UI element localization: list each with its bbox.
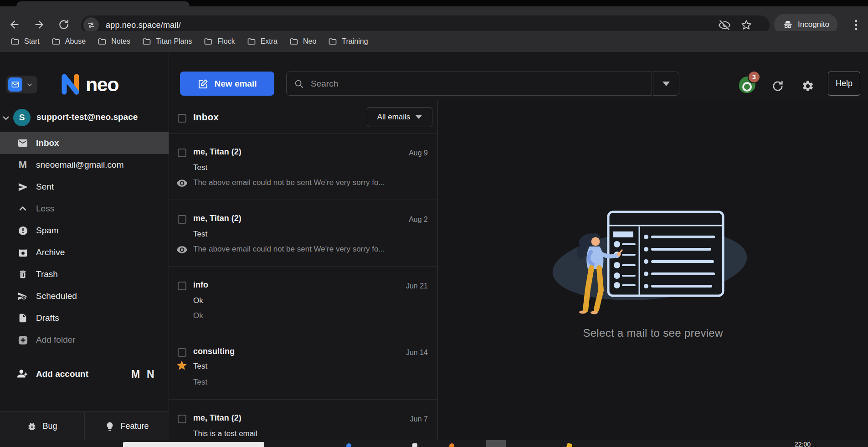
bug-icon xyxy=(27,421,37,432)
bookmark-folder-training[interactable]: Training xyxy=(322,34,374,49)
site-settings-button[interactable] xyxy=(83,17,99,33)
archive-icon xyxy=(17,247,28,258)
refresh-icon xyxy=(771,80,784,92)
email-checkbox[interactable] xyxy=(178,215,186,224)
forward-button[interactable] xyxy=(33,18,46,31)
mail-filter-dropdown[interactable]: All emails xyxy=(367,107,432,127)
sidebar-section-divider xyxy=(0,357,169,357)
bookmark-folder-abuse[interactable]: Abuse xyxy=(46,34,92,49)
search-options-button[interactable] xyxy=(653,72,679,96)
bookmark-folder-notes[interactable]: Notes xyxy=(92,34,136,49)
email-checkbox[interactable] xyxy=(178,348,186,357)
compose-icon xyxy=(198,78,209,89)
sidebar-item-sent[interactable]: Sent xyxy=(0,176,169,198)
active-tab[interactable] xyxy=(16,1,190,6)
bookmark-folder-titan-plans[interactable]: Titan Plans xyxy=(136,34,198,49)
sidebar-item-scheduled[interactable]: Scheduled xyxy=(0,285,169,307)
folder-icon xyxy=(142,37,151,46)
sidebar-item-drafts[interactable]: Drafts xyxy=(0,307,169,329)
back-button[interactable] xyxy=(8,18,21,31)
gmail-provider-icon[interactable]: M xyxy=(131,368,140,380)
url-text[interactable]: app.neo.space/mail/ xyxy=(106,21,181,30)
select-all-checkbox[interactable] xyxy=(178,114,186,123)
taskbar-app-icon[interactable] xyxy=(449,443,454,447)
caret-down-icon xyxy=(663,82,670,86)
notification-badge[interactable]: 3 xyxy=(748,71,760,83)
send-icon xyxy=(17,181,28,192)
refresh-button[interactable] xyxy=(771,79,785,93)
sidebar-item-less[interactable]: Less xyxy=(0,198,169,220)
mail-app-icon xyxy=(8,77,22,92)
neo-logo[interactable]: neo xyxy=(60,72,118,96)
email-row[interactable]: info Jun 21 Ok Ok xyxy=(169,267,437,333)
snoozed-eye-icon xyxy=(176,177,188,189)
email-row[interactable]: me, Titan (2) Aug 9 Test The above email… xyxy=(169,134,437,200)
titan-provider-icon[interactable]: N xyxy=(147,368,154,380)
bookmarks-bar: Start Abuse Notes Titan Plans Flock Extr… xyxy=(0,31,868,52)
search-input[interactable] xyxy=(310,78,621,89)
scheduled-send-icon xyxy=(17,291,28,302)
sidebar-item-spam[interactable]: Spam xyxy=(0,220,169,241)
sidebar-item-inbox[interactable]: Inbox xyxy=(0,132,169,154)
sidebar-item-add-folder[interactable]: Add folder xyxy=(0,329,169,351)
draft-icon xyxy=(17,313,28,324)
sidebar-item-archive[interactable]: Archive xyxy=(0,241,169,263)
taskbar-clock[interactable]: 22:00 xyxy=(795,441,811,447)
account-row[interactable]: S support-test@neo.space xyxy=(0,104,169,132)
reload-icon xyxy=(58,19,70,31)
forward-arrow-icon xyxy=(33,19,45,31)
chrome-menu-button[interactable] xyxy=(851,18,862,32)
reload-button[interactable] xyxy=(57,18,70,31)
search-bar[interactable] xyxy=(286,72,652,96)
sidebar-item-gmail-account[interactable]: M sneoemail@gmail.com xyxy=(0,154,169,176)
settings-button[interactable] xyxy=(801,79,815,93)
browser-toolbar: app.neo.space/mail/ Incognito xyxy=(0,6,868,31)
email-checkbox[interactable] xyxy=(178,282,186,290)
email-row[interactable]: consulting Jun 14 Test Test xyxy=(169,333,437,400)
gmail-icon: M xyxy=(17,159,28,170)
trash-icon xyxy=(17,269,28,280)
bookmark-folder-neo[interactable]: Neo xyxy=(283,34,322,49)
taskbar-search-box[interactable] xyxy=(123,442,264,447)
folder-icon xyxy=(98,37,107,46)
person-add-icon xyxy=(16,368,28,380)
bookmark-folder-flock[interactable]: Flock xyxy=(198,34,241,49)
email-row[interactable]: me, Titan (2) Jun 7 This is a test email xyxy=(169,400,437,440)
neo-logo-text: neo xyxy=(86,72,118,96)
chevron-up-icon xyxy=(17,203,28,214)
taskbar-app-icon[interactable] xyxy=(566,442,572,447)
report-bug-button[interactable]: Bug xyxy=(0,412,84,441)
spam-alert-icon xyxy=(17,225,28,236)
account-email: support-test@neo.space xyxy=(36,112,138,122)
bookmark-folder-extra[interactable]: Extra xyxy=(241,34,283,49)
preview-pane: Select a mail to see preview xyxy=(438,101,868,440)
email-checkbox[interactable] xyxy=(178,415,186,423)
sidebar-item-trash[interactable]: Trash xyxy=(0,263,169,285)
empty-preview-message: Select a mail to see preview xyxy=(583,327,723,339)
bookmark-star-button[interactable] xyxy=(740,19,752,31)
new-email-button[interactable]: New email xyxy=(180,72,274,96)
taskbar-app-icon[interactable] xyxy=(412,443,417,447)
folder-icon xyxy=(289,37,298,46)
app-switcher-button[interactable] xyxy=(6,76,37,93)
email-row[interactable]: me, Titan (2) Aug 2 Test The above email… xyxy=(169,200,437,267)
help-button[interactable]: Help xyxy=(828,72,860,96)
bookmark-folder-start[interactable]: Start xyxy=(5,34,46,49)
caret-down-icon xyxy=(416,115,422,119)
folder-icon xyxy=(51,37,61,46)
starred-icon[interactable] xyxy=(176,360,188,371)
neo-logo-mark xyxy=(60,72,82,96)
password-eye-button[interactable] xyxy=(719,19,730,31)
email-checkbox[interactable] xyxy=(178,149,186,157)
taskbar-app-icon[interactable] xyxy=(346,443,351,447)
empty-state-illustration xyxy=(546,206,760,316)
plus-icon xyxy=(17,334,28,345)
account-avatar: S xyxy=(13,109,31,126)
request-feature-button[interactable]: Feature xyxy=(84,412,169,441)
add-account-row[interactable]: Add account M N xyxy=(0,363,169,385)
incognito-icon xyxy=(782,19,793,30)
taskbar-active-app[interactable] xyxy=(486,440,506,447)
folder-icon xyxy=(204,37,213,46)
neo-mail-app: neo New email 3 Help S support-test@neo.… xyxy=(0,52,868,440)
tab-strip xyxy=(0,0,868,6)
